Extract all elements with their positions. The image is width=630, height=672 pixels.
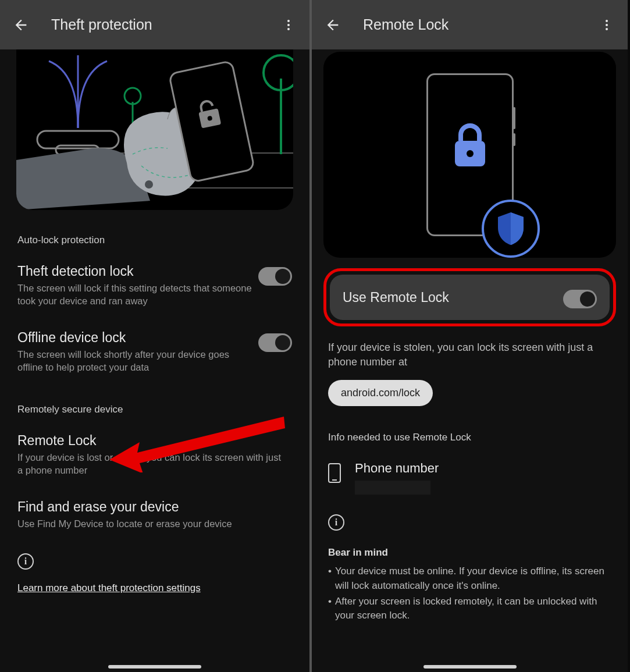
use-remote-lock-row[interactable]: Use Remote Lock [330,275,610,320]
theft-detection-toggle[interactable] [258,267,292,286]
svg-point-1 [287,24,290,26]
bullet-item: After your screen is locked remotely, it… [335,595,615,623]
svg-point-17 [606,28,608,30]
gesture-bar [108,665,201,669]
back-arrow-icon [13,17,29,33]
theft-protection-screen: Theft protection [0,0,312,672]
bear-in-mind-list: •Your device must be online. If your dev… [312,563,628,623]
offline-lock-toggle[interactable] [258,333,292,352]
lock-icon [451,123,489,170]
bear-in-mind-header: Bear in mind [312,531,628,563]
phone-number-label: Phone number [355,461,439,476]
setting-title: Theft detection lock [17,264,252,279]
gesture-bar [423,665,517,669]
overflow-menu-button[interactable] [278,15,299,35]
remote-lock-description: If your device is stolen, you can lock i… [312,326,628,369]
svg-point-15 [606,20,608,22]
svg-point-0 [287,20,290,22]
phone-outline-icon [426,73,514,236]
section-header-remote: Remotely secure device [0,379,309,421]
info-icon[interactable]: i [17,553,34,570]
hero-illustration [323,52,616,258]
lock-url-pill[interactable]: android.com/lock [328,380,433,406]
setting-description: If your device is lost or stolen, you ca… [17,451,286,477]
bullet-item: Your device must be online. If your devi… [335,564,615,593]
setting-description: The screen will lock if this setting det… [17,282,252,308]
back-arrow-icon [325,17,341,33]
svg-point-19 [467,150,474,157]
info-icon-row: i [0,536,309,575]
setting-description: Use Find My Device to locate or erase yo… [17,517,286,530]
page-title: Theft protection [51,16,278,33]
setting-title: Find and erase your device [17,499,286,515]
svg-point-10 [145,180,153,189]
more-vert-icon [282,18,296,32]
setting-title: Remote Lock [17,433,286,449]
annotation-highlight: Use Remote Lock [323,268,616,326]
setting-description: The screen will lock shortly after your … [17,348,252,374]
shield-icon [496,211,526,246]
topbar-right: Remote Lock [312,0,628,49]
setting-offline-device-lock[interactable]: Offline device lock The screen will lock… [0,314,309,380]
setting-theft-detection-lock[interactable]: Theft detection lock The screen will loc… [0,252,309,314]
hero-illustration [16,49,293,210]
more-vert-icon [600,18,614,32]
phone-icon [328,463,341,483]
use-remote-lock-label: Use Remote Lock [343,290,563,305]
svg-point-9 [124,88,141,104]
page-title: Remote Lock [363,16,596,33]
section-header-auto-lock: Auto-lock protection [0,210,309,252]
svg-point-7 [264,55,293,90]
learn-more-link[interactable]: Learn more about theft protection settin… [17,582,201,593]
overflow-menu-button[interactable] [596,15,617,35]
back-button[interactable] [10,15,31,35]
phone-number-row[interactable]: Phone number [312,447,628,495]
info-icon[interactable]: i [328,514,344,531]
setting-title: Offline device lock [17,330,252,346]
shield-badge [482,200,540,258]
phone-number-value-redacted [355,481,430,495]
use-remote-lock-toggle[interactable] [563,290,597,308]
svg-point-16 [606,24,608,26]
topbar-left: Theft protection [0,0,309,49]
setting-find-erase[interactable]: Find and erase your device Use Find My D… [0,483,309,536]
setting-remote-lock[interactable]: Remote Lock If your device is lost or st… [0,421,309,483]
back-button[interactable] [322,15,343,35]
remote-lock-screen: Remote Lock Use [312,0,628,672]
svg-point-2 [287,28,290,30]
info-needed-header: Info needed to use Remote Lock [312,406,628,447]
